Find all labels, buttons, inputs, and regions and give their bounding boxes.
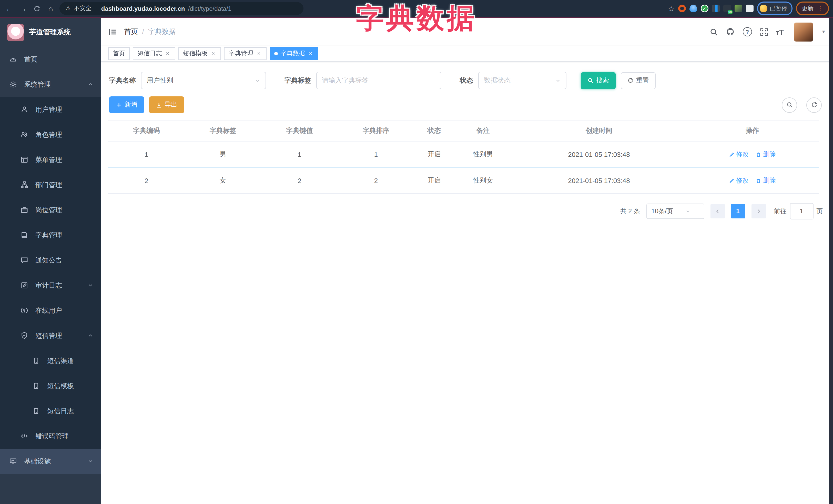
sidebar-item-user-mgmt[interactable]: 用户管理 (0, 97, 101, 122)
url-host: dashboard.yudao.iocoder.cn (101, 5, 185, 12)
book-icon (20, 231, 28, 239)
trash-icon (756, 178, 761, 183)
close-icon[interactable]: × (210, 50, 216, 56)
goto-page-input[interactable] (790, 203, 813, 219)
close-icon[interactable]: × (165, 50, 171, 56)
sidebar-item-menu-mgmt[interactable]: 菜单管理 (0, 147, 101, 172)
sidebar-item-dict-mgmt[interactable]: 字典管理 (0, 222, 101, 248)
app-logo[interactable]: 芋道管理系统 (0, 18, 101, 47)
toggle-search-button[interactable] (782, 97, 797, 113)
sidebar-item-notice[interactable]: 通知公告 (0, 248, 101, 273)
next-page-button[interactable] (751, 204, 766, 218)
table-row: 2 女 2 2 开启 性别女 2021-01-05 17:03:48 (108, 167, 819, 194)
add-button[interactable]: 新增 (109, 96, 144, 113)
refresh-table-button[interactable] (806, 97, 822, 113)
edit-link[interactable]: 修改 (729, 176, 749, 185)
sidebar-item-post-mgmt[interactable]: 岗位管理 (0, 197, 101, 222)
search-icon[interactable] (709, 27, 719, 37)
bookmark-star-icon[interactable]: ☆ (668, 4, 674, 13)
home-icon[interactable]: ⌂ (46, 3, 56, 14)
extension-columns-icon[interactable] (712, 5, 719, 12)
sidebar-item-online-users[interactable]: 在线用户 (0, 298, 101, 323)
sidebar-item-infrastructure[interactable]: 基础设施 (0, 449, 101, 474)
fullscreen-icon[interactable] (759, 27, 769, 37)
forward-icon[interactable]: → (18, 3, 28, 14)
trash-icon (756, 151, 761, 157)
extension-on-badge-icon[interactable] (723, 5, 731, 12)
delete-link[interactable]: 删除 (756, 176, 776, 185)
sidebar-item-system[interactable]: 系统管理 (0, 72, 101, 97)
sidebar-item-sms-channel[interactable]: 短信渠道 (0, 348, 101, 373)
sidebar-item-role-mgmt[interactable]: 角色管理 (0, 122, 101, 147)
sidebar-item-sms-mgmt[interactable]: 短信管理 (0, 323, 101, 348)
page-scrollbar[interactable] (829, 18, 833, 504)
extension-orange-icon[interactable] (678, 5, 686, 12)
breadcrumb-home[interactable]: 首页 (124, 27, 138, 37)
sidebar-item-label: 审计日志 (35, 281, 62, 290)
dict-tag-input[interactable]: 请输入字典标签 (316, 72, 442, 89)
pagination-total: 共 2 条 (620, 207, 640, 216)
back-icon[interactable]: ← (4, 3, 14, 14)
edit-note-icon (20, 281, 28, 289)
extension-green-icon[interactable] (734, 5, 742, 12)
dict-name-select[interactable]: 用户性别 (141, 72, 266, 89)
current-page-button[interactable]: 1 (731, 204, 745, 218)
sidebar-item-label: 短信模板 (47, 381, 74, 390)
goto-suffix: 页 (816, 207, 823, 216)
tab-sms-log[interactable]: 短信日志 × (133, 47, 175, 60)
export-button[interactable]: 导出 (149, 96, 184, 113)
close-icon[interactable]: × (308, 50, 314, 56)
sidebar-item-audit-log[interactable]: 审计日志 (0, 273, 101, 298)
page-size-select[interactable]: 10条/页 (646, 203, 704, 219)
delete-link[interactable]: 删除 (756, 150, 776, 159)
goto-prefix: 前往 (774, 207, 787, 216)
extension-green-check-icon[interactable]: ✓ (700, 5, 708, 12)
extensions-puzzle-icon[interactable] (745, 5, 753, 12)
tab-dict-data[interactable]: 字典数据 × (270, 47, 318, 60)
delete-label: 删除 (763, 176, 776, 185)
github-icon[interactable] (726, 27, 736, 37)
sidebar-item-label: 系统管理 (24, 80, 51, 89)
dict-name-label: 字典名称 (109, 76, 136, 85)
refresh-icon (627, 77, 634, 83)
phone-icon (32, 382, 40, 390)
sidebar-fold-icon[interactable] (108, 27, 117, 36)
tab-home[interactable]: 首页 (108, 47, 130, 60)
col-header: 状态 (414, 120, 454, 141)
avatar-caret-icon[interactable]: ▼ (821, 29, 826, 34)
table-header-row: 字典编码 字典标签 字典键值 字典排序 状态 备注 创建时间 操作 (108, 120, 819, 141)
tab-label: 首页 (113, 49, 125, 58)
chevron-down-icon (88, 283, 93, 288)
gear-icon (9, 80, 17, 89)
close-icon[interactable]: × (256, 50, 262, 56)
prev-page-button[interactable] (710, 204, 724, 218)
font-size-icon[interactable]: TT (776, 28, 784, 35)
status-select[interactable]: 数据状态 (478, 72, 567, 89)
tab-sms-template[interactable]: 短信模板 × (178, 47, 221, 60)
sidebar-item-sms-template[interactable]: 短信模板 (0, 373, 101, 399)
browser-update-button[interactable]: 更新 ⋮ (796, 2, 829, 16)
sidebar-item-home[interactable]: 首页 (0, 47, 101, 72)
chevron-down-icon (555, 78, 561, 83)
tab-label: 字典数据 (280, 49, 305, 58)
sidebar-item-sms-log[interactable]: 短信日志 (0, 399, 101, 424)
extension-blue-pin-icon[interactable] (689, 5, 697, 12)
url-bar[interactable]: ⚠ 不安全 dashboard.yudao.iocoder.cn /dict/t… (60, 2, 304, 15)
sidebar-item-error-code[interactable]: 错误码管理 (0, 424, 101, 449)
reset-button[interactable]: 重置 (621, 72, 656, 89)
edit-link[interactable]: 修改 (729, 150, 749, 159)
menu-list-icon (20, 155, 28, 164)
sidebar-item-dept-mgmt[interactable]: 部门管理 (0, 172, 101, 197)
search-label: 搜索 (596, 76, 609, 85)
phone-icon (32, 357, 40, 365)
breadcrumb: 首页 / 字典数据 (124, 27, 176, 37)
search-button[interactable]: 搜索 (581, 72, 616, 89)
chevron-down-icon (677, 209, 699, 214)
profile-paused-badge[interactable]: 已暂停 (757, 2, 792, 16)
help-icon[interactable]: ? (743, 27, 752, 37)
reload-icon[interactable] (32, 3, 42, 14)
browser-menu-icon[interactable]: ⋮ (817, 5, 823, 12)
tab-dict-mgmt[interactable]: 字典管理 × (224, 47, 266, 60)
avatar[interactable] (794, 22, 813, 41)
dict-tag-placeholder: 请输入字典标签 (322, 76, 436, 85)
